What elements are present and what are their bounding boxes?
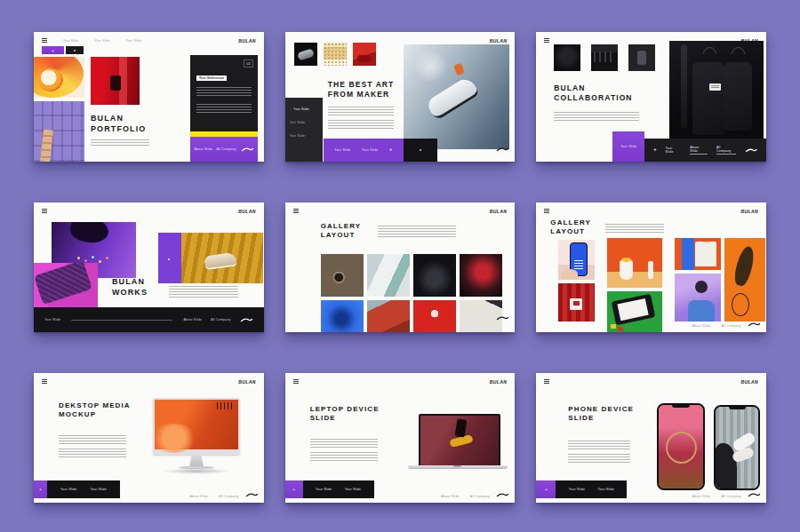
- menu-icon: [42, 38, 47, 39]
- bar-link: Your Slide: [362, 148, 378, 152]
- text-panel: 01 Text Deference: [190, 55, 258, 131]
- gallery-image: [413, 300, 456, 332]
- title-line: BULAN: [554, 83, 632, 93]
- plus-icon: +: [292, 488, 294, 491]
- signature-swoosh-icon: [745, 148, 757, 153]
- sneaker-plaid-photo: [367, 254, 410, 297]
- sneakers-photo: [716, 407, 758, 488]
- placeholder-text: [196, 87, 252, 98]
- slide-phone-device[interactable]: BULAN PHONE DEVICE SLIDE + Your Slide Yo…: [536, 373, 766, 503]
- title-line: SLIDE: [568, 414, 634, 423]
- nav-link: Your Slide: [63, 39, 78, 43]
- thumb-red-shoes: [353, 43, 376, 66]
- slide-bulan-portfolio[interactable]: Your Slide Your Slide Your Slide BULAN +…: [34, 32, 264, 162]
- bar-link: Your Slide: [666, 147, 682, 154]
- divider-line: [71, 320, 172, 321]
- framed-card-shape: [570, 298, 582, 310]
- footer-links: About Slide All Company: [692, 324, 741, 328]
- footer-link: All Company: [721, 495, 741, 498]
- bulan-logo: BULAN: [490, 209, 508, 214]
- footer-link: All Company: [211, 318, 231, 322]
- slide-bulan-collaboration[interactable]: BULAN BULAN COLLABORATION Your Slide + Y…: [536, 32, 766, 162]
- menu-icon: [544, 379, 549, 380]
- placeholder-text: [328, 107, 394, 115]
- placeholder-text: [605, 224, 664, 234]
- head-shape: [695, 281, 708, 293]
- tube-shape: [648, 261, 654, 279]
- title-line: LAYOUT: [550, 227, 591, 236]
- box-label: Your Slide: [620, 145, 636, 148]
- slide-best-art-from-maker[interactable]: BULAN THE BEST ART FROM MAKER ← Your Sli…: [285, 32, 516, 162]
- purple-footer-square: +: [285, 480, 303, 498]
- nav-link: Your Slide: [94, 39, 109, 43]
- desktop-stand: [189, 455, 204, 466]
- footer-link: About Slide: [692, 324, 711, 328]
- arrow-left-icon: ←: [290, 107, 293, 111]
- slide-title: BULAN WORKS: [112, 277, 148, 298]
- footer-link: About Slide: [189, 495, 208, 498]
- footer-link: About Slide: [441, 495, 460, 498]
- slide-gallery-layout-1[interactable]: BULAN GALLERY LAYOUT: [285, 202, 516, 332]
- dark-footer-bar: Your Slide Your Slide: [556, 480, 627, 498]
- cup-and-tube-photo: [607, 238, 662, 288]
- slide-header: BULAN: [293, 377, 508, 385]
- blue-sneaker-photo: [321, 300, 364, 332]
- footer-link: About Slide: [692, 495, 711, 498]
- panel-heading: Text Deference: [196, 75, 227, 81]
- slide-title: DEKSTOP MEDIA MOCKUP: [59, 401, 131, 420]
- lego-bricks: [611, 324, 616, 330]
- slide-title: THE BEST ART FROM MAKER: [328, 80, 395, 99]
- dot-icon: [420, 149, 421, 151]
- dark-footer-bar: Your Slide Your Slide: [303, 480, 374, 498]
- bulan-logo: BULAN: [238, 209, 256, 214]
- menu-item: Your Slide: [290, 134, 318, 138]
- signature-swoosh-icon: [496, 147, 509, 152]
- footer-link: All Company: [219, 495, 239, 498]
- slide-header: BULAN: [42, 207, 256, 215]
- bulan-logo: BULAN: [490, 38, 508, 44]
- placeholder-text: [568, 454, 630, 463]
- title-line: THE BEST ART: [328, 80, 395, 90]
- signature-swoosh-icon: [748, 493, 761, 497]
- red-jacket-photo: [367, 300, 410, 332]
- slide-gallery-layout-2[interactable]: BULAN GALLERY LAYOUT: [536, 202, 766, 332]
- purple-door-image: [34, 101, 84, 162]
- bar-link: Your Slide: [334, 148, 350, 152]
- purple-action-bar: Your Slide Your Slide +: [324, 139, 404, 162]
- footer-tab: Your Slide: [316, 488, 332, 491]
- placeholder-text: [378, 226, 456, 237]
- signature-swoosh-icon: [241, 147, 254, 152]
- page-number: 01: [244, 60, 253, 67]
- placeholder-text: [169, 286, 238, 298]
- slide-header: BULAN: [544, 207, 758, 215]
- menu-item-active: ← Your Slide: [290, 107, 318, 111]
- title-line: MOCKUP: [59, 410, 131, 419]
- dark-footer-bar: Your Slide Your Slide: [47, 480, 120, 498]
- dot-icon: [74, 50, 76, 52]
- laptop-mockup: [408, 414, 508, 472]
- laptop-base: [408, 465, 508, 469]
- desktop-mockup: [153, 398, 240, 476]
- footer-tab: Your Slide: [598, 488, 614, 491]
- slide-laptop-device[interactable]: BULAN LEPTOP DEVICE SLIDE + Your Slide Y…: [285, 373, 516, 503]
- laptop-screen: [419, 414, 500, 467]
- sneaker-shape: [424, 75, 479, 122]
- title-line: BULAN: [91, 114, 146, 124]
- footer-links: About Slide All Company: [441, 495, 490, 498]
- placeholder-text: [310, 439, 378, 448]
- motorcycle-photo: [413, 254, 456, 297]
- placeholder-text: [328, 120, 394, 129]
- slide-grid: Your Slide Your Slide Your Slide BULAN +…: [34, 32, 766, 503]
- hand-shape: [561, 269, 578, 280]
- slide-desktop-media-mockup[interactable]: BULAN DEKSTOP MEDIA MOCKUP + Your Slide …: [34, 373, 264, 503]
- menu-icon: [42, 379, 47, 380]
- slide-header: Your Slide Your Slide Your Slide BULAN: [42, 36, 256, 44]
- menu-item: Your Slide: [290, 121, 318, 124]
- bulan-logo: BULAN: [490, 379, 508, 385]
- plus-icon: +: [39, 488, 41, 491]
- slide-bulan-works[interactable]: BULAN BULAN WORKS Your Slide About Slide…: [34, 202, 264, 332]
- signature-swoosh-icon: [240, 318, 253, 322]
- purple-footer-square: +: [34, 480, 47, 498]
- bulan-logo: BULAN: [740, 379, 758, 385]
- menu-icon: [293, 379, 299, 380]
